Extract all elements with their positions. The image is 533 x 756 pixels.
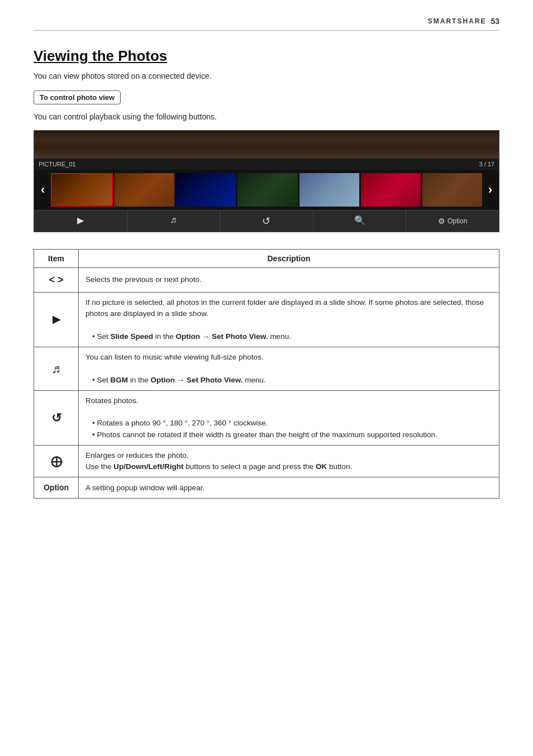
desc-music-text: You can listen to music while viewing fu… — [85, 353, 263, 361]
table-row: Option A setting popup window will appea… — [34, 477, 499, 499]
desc-music-bullet: Set BGM in the Option → Set Photo View. … — [92, 376, 266, 384]
desc-rotate: Rotates photos. Rotates a photo 90 °, 18… — [79, 390, 499, 445]
page: SMARTSHARE 53 Viewing the Photos You can… — [0, 0, 533, 756]
table-row: ⨁ Enlarges or reduces the photo. Use the… — [34, 445, 499, 477]
item-zoom: ⨁ — [34, 445, 79, 477]
photo-thumbnails: ‹ › — [34, 170, 499, 210]
thumbnail-3[interactable] — [176, 173, 236, 207]
desc-play: If no picture is selected, all photos in… — [79, 293, 499, 347]
brand-label: SMARTSHARE — [428, 17, 487, 25]
control-desc: You can control playback using the follo… — [34, 112, 499, 121]
table-row: ♬ You can listen to music while viewing … — [34, 347, 499, 391]
thumbnail-5[interactable] — [299, 173, 359, 207]
item-music: ♬ — [34, 347, 79, 391]
page-number: 53 — [491, 17, 499, 26]
option-button[interactable]: ⚙ Option — [406, 210, 499, 232]
photo-viewer-top: PICTURE_01 3 / 17 — [34, 159, 499, 170]
play-button[interactable]: ▶ — [34, 210, 127, 232]
thumbnail-6[interactable] — [361, 173, 421, 207]
photo-viewer: PICTURE_01 3 / 17 ‹ › ▶ ♬ ↺ 🔍 ⚙ Option — [34, 130, 499, 232]
item-option: Option — [34, 477, 79, 499]
desc-music: You can listen to music while viewing fu… — [79, 347, 499, 391]
desc-zoom-text1: Enlarges or reduces the photo. — [85, 451, 189, 460]
sub-heading-badge: To control photo view — [34, 90, 121, 104]
table-header-description: Description — [79, 250, 499, 268]
desc-zoom-text2: Use the Up/Down/Left/Right buttons to se… — [85, 462, 352, 471]
thumbnail-7[interactable] — [422, 173, 482, 207]
desc-rotate-text: Rotates photos. — [85, 396, 139, 405]
photo-counter: 3 / 17 — [479, 161, 494, 168]
music-button[interactable]: ♬ — [127, 210, 221, 232]
item-rotate: ↺ — [34, 390, 79, 445]
intro-text: You can view photos stored on a connecte… — [34, 71, 499, 80]
page-title: Viewing the Photos — [34, 47, 499, 65]
zoom-button[interactable]: 🔍 — [313, 210, 407, 232]
desc-nav: Selects the previous or next photo. — [79, 268, 499, 293]
table-row: ▶ If no picture is selected, all photos … — [34, 293, 499, 347]
option-label: Option — [448, 217, 467, 225]
rotate-button[interactable]: ↺ — [220, 210, 313, 232]
desc-option: A setting popup window will appear. — [79, 477, 499, 499]
desc-rotate-bullet2: Photos cannot be rotated if their width … — [92, 430, 437, 439]
photo-bg — [34, 131, 499, 159]
photo-label: PICTURE_01 — [39, 161, 76, 168]
photo-controls: ▶ ♬ ↺ 🔍 ⚙ Option — [34, 210, 499, 232]
thumbnail-1[interactable] — [51, 173, 113, 207]
option-icon: ⚙ — [438, 217, 445, 226]
desc-zoom: Enlarges or reduces the photo. Use the U… — [79, 445, 499, 477]
prev-nav[interactable]: ‹ — [36, 183, 49, 197]
desc-play-bullet: Set Slide Speed in the Option → Set Phot… — [92, 332, 291, 341]
next-nav[interactable]: › — [484, 183, 497, 197]
table-header-item: Item — [34, 250, 79, 268]
desc-rotate-bullet1: Rotates a photo 90 °, 180 °, 270 °, 360 … — [92, 419, 268, 427]
desc-play-text: If no picture is selected, all photos in… — [85, 298, 484, 318]
thumbnail-2[interactable] — [115, 173, 174, 207]
thumbnail-4[interactable] — [237, 173, 297, 207]
info-table: Item Description < > Selects the previou… — [34, 249, 499, 499]
item-play: ▶ — [34, 293, 79, 347]
item-nav: < > — [34, 268, 79, 293]
table-row: < > Selects the previous or next photo. — [34, 268, 499, 293]
table-row: ↺ Rotates photos. Rotates a photo 90 °, … — [34, 390, 499, 445]
header: SMARTSHARE 53 — [34, 17, 499, 31]
